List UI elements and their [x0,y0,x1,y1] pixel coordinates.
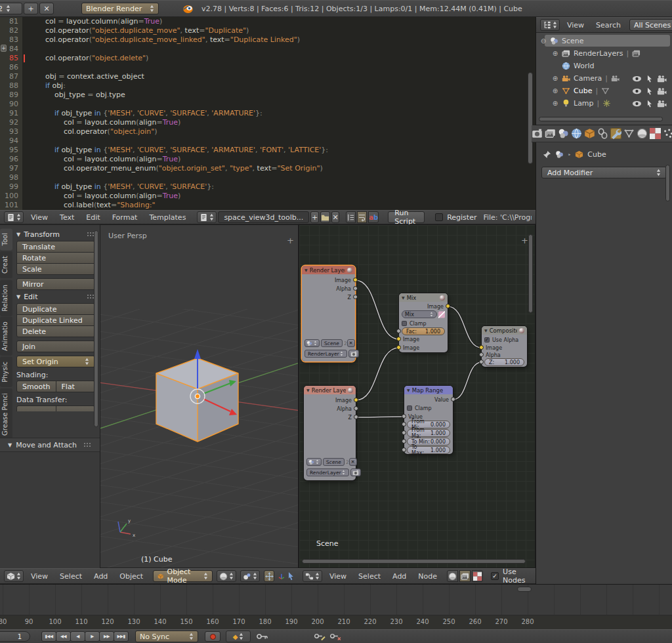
render-button[interactable] [350,468,361,476]
node-header[interactable]: ▼Composite [482,326,527,335]
toggle-syntax-highlight-button[interactable]: ab [368,211,379,223]
timeline-ruler[interactable]: 8090100110120130140150160170180190200210… [0,615,672,629]
auto-keyframe-button[interactable] [205,631,220,642]
node-socket-alpha[interactable] [353,286,358,291]
node-socket-img[interactable] [353,278,358,282]
scene-browse-button[interactable] [304,339,320,347]
node-render-layers[interactable]: ▼Render LayersImageAlphaZScene2✕RenderLa… [304,386,356,480]
text-menu-format[interactable]: Format [106,212,144,223]
properties-tab-material[interactable] [637,128,648,139]
node-socket-tmin[interactable] [402,439,406,444]
playback-jump-to-start[interactable]: ▮◀◀ [41,631,56,642]
node-header[interactable]: ▼Render Layers [302,266,355,274]
toolshelf-button-mirror[interactable]: Mirror [16,278,95,290]
scene-browse-button[interactable] [306,458,322,466]
outliner-row-renderlayers[interactable]: ⊕RenderLayers| [536,47,672,60]
datablock-browse-button[interactable] [197,211,217,223]
expander-icon[interactable]: ⊕ [551,75,560,82]
selectable-toggle-icon[interactable] [644,100,654,108]
viewport-shading-select[interactable] [217,570,236,582]
properties-tab-render-layers[interactable] [545,128,556,139]
manipulator-toggle-button[interactable] [264,570,275,582]
expander-icon[interactable]: ⊕ [551,87,560,94]
outliner-row-world[interactable]: World [536,60,672,72]
editor-type-button[interactable] [540,19,560,31]
code-text[interactable]: if obj_type in {'MESH', 'CURVE', 'SURFAC… [22,109,262,118]
code-text[interactable]: col.operator_menu_enum("object.origin_se… [22,164,323,173]
node-editor-hscrollbar[interactable] [302,559,526,564]
texture-nodes-toggle[interactable] [472,570,483,582]
text-menu-templates[interactable]: Templates [143,212,192,223]
scene-name-field[interactable]: Scene [323,458,345,466]
render-toggle-icon[interactable] [657,75,667,83]
toolshelf-tab-creat[interactable]: Creat [0,251,12,278]
pin-icon[interactable] [543,150,551,159]
properties-tab-scene[interactable] [558,128,569,139]
mode-select[interactable]: Object Mode [153,570,213,582]
toolshelf-tab-physic[interactable]: Physic [0,357,12,387]
node-socket-alpha[interactable] [354,406,358,411]
outliner-row-camera[interactable]: ⊕Camera| [536,72,672,85]
outliner-row-cube[interactable]: ⊕Cube| [536,85,672,97]
display-mode-select[interactable]: All Scenes [629,19,672,31]
selectable-toggle-icon[interactable] [644,87,654,95]
code-text[interactable] [22,63,27,72]
code-text[interactable] [22,100,27,109]
code-text[interactable] [22,136,27,146]
timeline-scrollbar[interactable] [517,587,532,592]
code-text[interactable]: col.operator("object.join") [22,127,158,136]
panel-header-edit[interactable]: ▼Edit [16,290,95,303]
node-composite[interactable]: ▼Composite✓Use AlphaImageAlphaZ:1.000 [482,326,527,367]
text-menu-edit[interactable]: Edit [80,212,106,223]
add-screen-button[interactable]: + [24,3,38,14]
tool-shelf-scrollbar[interactable] [94,230,98,427]
node-editor[interactable]: ▼Render LayersImageAlphaZScene2✕RenderLa… [299,224,536,568]
playback-next-keyframe[interactable]: ▶▶ [99,631,114,642]
node-header[interactable]: ▼Map Range [404,386,453,394]
eye-toggle-icon[interactable] [632,75,642,83]
code-text[interactable]: if obj_type in {'MESH', 'CURVE', 'SURFAC… [22,182,214,192]
node-socket-val[interactable] [451,397,455,402]
cursor-tool-icon[interactable] [287,571,295,581]
compositing-nodes-toggle[interactable] [459,570,471,582]
unlink-button[interactable]: ✕ [347,339,355,347]
playback-play-reverse[interactable]: ◀ [70,631,85,642]
node-render-layers[interactable]: ▼Render LayersImageAlphaZScene2✕RenderLa… [302,266,355,362]
expander-icon[interactable]: ⊕ [551,50,560,57]
view3d-menu-object[interactable]: Object [114,571,149,582]
region-expand-icon[interactable]: + [287,236,294,245]
editor-type-button[interactable] [4,570,24,582]
render-button[interactable] [348,350,359,358]
code-area[interactable]: 81 col = layout.column(align=True)82 col… [0,17,536,210]
node-checkbox-row[interactable]: Clamp [402,320,445,327]
node-menu-select[interactable]: Select [352,571,387,582]
node-blend-menu[interactable]: Mix [402,310,437,318]
register-checkbox[interactable] [435,213,443,221]
toolshelf-tab-grease-penci[interactable]: Grease Penci [0,388,12,440]
view3d-menu-view[interactable]: View [25,571,54,582]
node-socket-alpha[interactable] [479,352,484,357]
playback-play[interactable]: ▶ [85,631,100,642]
active-keying-set-icon[interactable] [256,632,268,641]
selectable-toggle-icon[interactable] [644,75,654,83]
text-editor[interactable]: 81 col = layout.column(align=True)82 col… [0,17,536,210]
toolshelf-tab-relation[interactable]: Relation [0,280,12,316]
panel-header-transform[interactable]: ▼Transform [16,228,95,241]
node-map-range[interactable]: ▼Map RangeValueClampValueFrom Mi:0.000Fr… [404,386,453,454]
code-text[interactable]: if obj: [22,81,66,91]
renderlayer-select[interactable]: RenderLayer [306,468,349,476]
toolshelf-button-duplicate-linked[interactable]: Duplicate Linked [16,314,95,326]
node-socket-img[interactable] [479,345,484,350]
scene-name-field[interactable]: Scene [321,339,343,347]
datablock-name-field[interactable]: space_view3d_toolb... [218,211,309,223]
properties-scrollbar[interactable] [665,165,670,201]
toolshelf-tab-tool[interactable]: Tool [0,228,12,250]
render-toggle-icon[interactable] [657,100,667,108]
node-socket-valin[interactable] [402,414,406,419]
renderlayer-select[interactable]: RenderLayer [304,350,347,358]
redo-panel-header[interactable]: ▼ Move and Attach [0,438,100,452]
editor-type-button[interactable] [4,211,24,223]
node-socket-fmax[interactable] [402,430,406,435]
screen-layout-select[interactable]: 2 [0,3,22,14]
expander-icon[interactable]: ⊖ [539,37,548,45]
